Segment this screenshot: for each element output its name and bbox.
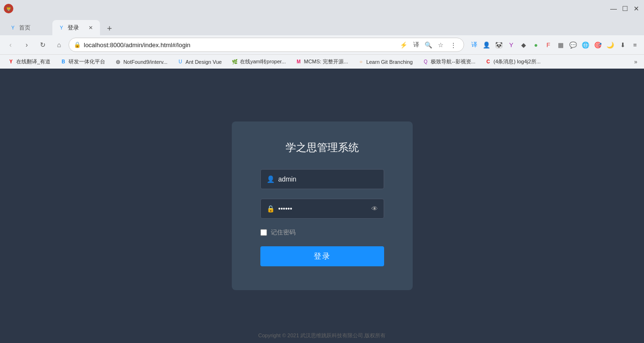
bookmark-nav[interactable]: Q 极致导航--影视资... bbox=[418, 57, 479, 66]
tab-login[interactable]: Y 登录 ✕ bbox=[52, 20, 100, 35]
title-bar-left: 🦁 bbox=[4, 4, 13, 13]
ext-menu[interactable]: ≡ bbox=[630, 40, 640, 50]
url-actions: ⚡ 译 🔍 ☆ ⋮ bbox=[398, 39, 459, 50]
zoom-btn[interactable]: 🔍 bbox=[423, 39, 434, 50]
bookmark-youdao-icon: Y bbox=[8, 59, 14, 65]
bookmark-youdao-label: 在线翻译_有道 bbox=[16, 58, 50, 65]
url-bar: 🔒 localhost:8000/admin/index.html#/login… bbox=[69, 38, 464, 52]
tab-login-close[interactable]: ✕ bbox=[87, 24, 94, 31]
url-text: localhost:8000/admin/index.html#/login bbox=[84, 41, 395, 49]
bookmark-nav-label: 极致导航--影视资... bbox=[431, 58, 476, 65]
lightning-btn[interactable]: ⚡ bbox=[398, 39, 409, 50]
back-button[interactable]: ‹ bbox=[4, 38, 17, 51]
forward-button[interactable]: › bbox=[20, 38, 33, 51]
bookmark-youdao[interactable]: Y 在线翻译_有道 bbox=[4, 57, 54, 66]
bookmark-antdesign-label: Ant Design Vue bbox=[186, 59, 222, 65]
app-favicon: 🦁 bbox=[4, 4, 13, 13]
ext-diamond[interactable]: ◆ bbox=[518, 40, 529, 50]
bookmark-log4j2[interactable]: C (4条消息) log4j2所... bbox=[481, 57, 545, 66]
password-toggle-icon[interactable]: 👁 bbox=[371, 205, 378, 212]
bookmark-mcms-icon: M bbox=[295, 59, 302, 65]
lock-icon: 🔒 bbox=[267, 205, 275, 212]
bookmark-github-label: NotFound9/interv... bbox=[123, 59, 168, 65]
bookmark-nav-icon: Q bbox=[422, 59, 429, 65]
ext-download[interactable]: ⬇ bbox=[617, 40, 628, 50]
bookmark-gitbranching[interactable]: ○ Learn Git Branching bbox=[354, 58, 416, 66]
address-bar: ‹ › ↻ ⌂ 🔒 localhost:8000/admin/index.htm… bbox=[0, 35, 644, 54]
bookmark-mcms[interactable]: M MCMS: 完整开源... bbox=[291, 57, 352, 66]
home-button[interactable]: ⌂ bbox=[52, 38, 66, 51]
bookmark-devplatform[interactable]: B 研发一体化平台 bbox=[56, 57, 109, 66]
login-button[interactable]: 登录 bbox=[260, 246, 384, 266]
password-field[interactable] bbox=[278, 205, 367, 212]
username-input-group: 👤 bbox=[260, 169, 384, 189]
bookmark-devplatform-icon: B bbox=[60, 59, 67, 65]
bookmark-gitbranching-icon: ○ bbox=[357, 59, 364, 65]
star-btn[interactable]: ☆ bbox=[435, 39, 446, 50]
ext-globe[interactable]: 🌐 bbox=[580, 40, 591, 50]
tab-home-favicon: Y bbox=[10, 24, 16, 31]
browser-chrome: 🦁 — ☐ ✕ Y 首页 Y 登录 ✕ + ‹ › ↻ ⌂ 🔒 localhos… bbox=[0, 0, 644, 69]
password-input-group: 🔒 👁 bbox=[260, 199, 384, 219]
ext-user[interactable]: 👤 bbox=[481, 40, 492, 50]
ext-translate[interactable]: 译 bbox=[469, 40, 479, 50]
login-card: 学之思管理系统 👤 🔒 👁 记住密码 登录 bbox=[232, 121, 413, 290]
window-controls: — ☐ ✕ bbox=[610, 5, 640, 12]
title-bar: 🦁 — ☐ ✕ bbox=[0, 0, 644, 17]
bookmark-yaml[interactable]: 🌿 在线yaml转proper... bbox=[228, 57, 290, 66]
username-field[interactable] bbox=[278, 175, 378, 183]
ext-chat[interactable]: 💬 bbox=[568, 40, 578, 50]
bookmark-yaml-label: 在线yaml转proper... bbox=[240, 58, 286, 65]
extensions-bar: 译 👤 🐼 Y ◆ ● F ▦ 💬 🌐 🎯 🌙 ⬇ ≡ bbox=[469, 40, 640, 50]
bookmark-log4j2-label: (4条消息) log4j2所... bbox=[494, 58, 541, 65]
bookmark-yaml-icon: 🌿 bbox=[231, 59, 238, 65]
bookmark-mcms-label: MCMS: 完整开源... bbox=[304, 58, 348, 65]
remember-label: 记住密码 bbox=[271, 228, 296, 237]
minimize-button[interactable]: — bbox=[610, 5, 617, 12]
ext-panda[interactable]: 🐼 bbox=[494, 40, 504, 50]
ext-green[interactable]: ● bbox=[531, 40, 541, 50]
login-title: 学之思管理系统 bbox=[286, 141, 359, 155]
tab-bar: Y 首页 Y 登录 ✕ + bbox=[0, 17, 644, 35]
bookmark-antdesign-icon: U bbox=[177, 59, 184, 65]
new-tab-button[interactable]: + bbox=[103, 22, 116, 35]
page-footer: Copyright © 2021 武汉思维跳跃科技有限公司,版权所有 bbox=[258, 332, 386, 339]
bookmark-github[interactable]: ⊛ NotFound9/interv... bbox=[111, 58, 171, 66]
ext-y[interactable]: Y bbox=[506, 40, 516, 50]
maximize-button[interactable]: ☐ bbox=[621, 5, 629, 12]
remember-checkbox[interactable] bbox=[260, 229, 267, 236]
reload-button[interactable]: ↻ bbox=[36, 38, 50, 51]
close-button[interactable]: ✕ bbox=[633, 5, 640, 12]
ext-target[interactable]: 🎯 bbox=[593, 40, 603, 50]
bookmarks-more[interactable]: » bbox=[631, 58, 640, 66]
more-btn[interactable]: ⋮ bbox=[447, 39, 459, 50]
security-icon: 🔒 bbox=[74, 41, 81, 48]
tab-home[interactable]: Y 首页 bbox=[4, 20, 51, 35]
bookmark-github-icon: ⊛ bbox=[115, 59, 121, 65]
bookmark-antdesign[interactable]: U Ant Design Vue bbox=[173, 58, 226, 66]
user-icon: 👤 bbox=[267, 175, 275, 183]
tab-login-favicon: Y bbox=[58, 24, 65, 31]
remember-row: 记住密码 bbox=[260, 228, 384, 237]
bookmark-gitbranching-label: Learn Git Branching bbox=[366, 59, 413, 65]
tab-home-title: 首页 bbox=[19, 24, 46, 32]
bookmark-devplatform-label: 研发一体化平台 bbox=[69, 58, 105, 65]
ext-grid[interactable]: ▦ bbox=[555, 40, 566, 50]
translate-btn[interactable]: 译 bbox=[410, 39, 422, 50]
ext-f[interactable]: F bbox=[543, 40, 554, 50]
bookmarks-bar: Y 在线翻译_有道 B 研发一体化平台 ⊛ NotFound9/interv..… bbox=[0, 54, 644, 69]
bookmark-log4j2-icon: C bbox=[485, 59, 492, 65]
ext-moon[interactable]: 🌙 bbox=[605, 40, 615, 50]
tab-login-title: 登录 bbox=[68, 24, 84, 32]
page-content: 学之思管理系统 👤 🔒 👁 记住密码 登录 Copyright © 2021 武… bbox=[0, 69, 644, 343]
